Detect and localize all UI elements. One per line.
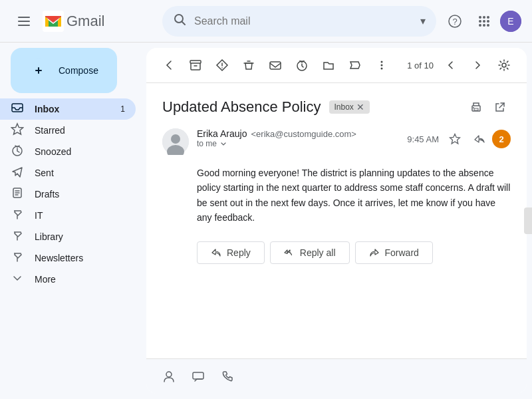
help-button[interactable]: ? [442, 8, 468, 35]
sent-label: Sent [35, 168, 125, 178]
next-email-button[interactable] [466, 53, 489, 77]
svg-point-15 [483, 24, 485, 27]
sender-email: <erika@customguide.com> [251, 129, 356, 139]
svg-text:?: ? [452, 17, 457, 27]
sidebar-item-snoozed[interactable]: Snoozed [0, 141, 136, 162]
reply-all-icon [284, 247, 295, 258]
prev-email-button[interactable] [439, 53, 463, 77]
mark-read-button[interactable] [263, 53, 287, 77]
snoozed-icon [11, 144, 24, 160]
starred-label: Starred [35, 125, 125, 136]
inbox-tag[interactable]: Inbox ✕ [329, 100, 370, 114]
to-me-label[interactable]: to me [197, 139, 217, 148]
email-actions: 2 [444, 128, 511, 150]
svg-text:E: E [507, 16, 513, 27]
svg-point-44 [166, 372, 172, 377]
reply-all-button[interactable]: Reply all [270, 241, 350, 264]
svg-point-14 [479, 24, 481, 27]
sidebar-item-starred[interactable]: Starred [0, 120, 136, 141]
email-time: 9:45 AM [407, 134, 439, 144]
spam-button[interactable] [210, 53, 234, 77]
inbox-label: Inbox [35, 104, 110, 114]
more-icon [11, 271, 24, 288]
svg-point-35 [381, 68, 383, 70]
newsletters-label-icon [11, 250, 24, 267]
to-me-chevron-icon[interactable] [219, 140, 227, 148]
email-toolbar: 1 of 10 [146, 48, 527, 83]
scroll-indicator[interactable] [524, 207, 532, 234]
apps-icon[interactable] [471, 8, 497, 35]
chat-button[interactable] [186, 364, 210, 388]
inbox-tag-remove-icon[interactable]: ✕ [356, 102, 364, 112]
svg-point-30 [221, 67, 223, 68]
svg-point-16 [487, 24, 489, 27]
forward-button-label: Forward [385, 247, 419, 258]
header-left: Gmail [11, 8, 157, 35]
sidebar-item-drafts[interactable]: Drafts [0, 184, 136, 205]
contacts-button[interactable] [157, 364, 181, 388]
notification-badge[interactable]: 2 [492, 130, 511, 148]
phone-button[interactable] [215, 364, 239, 388]
svg-marker-21 [12, 124, 23, 134]
inbox-icon [11, 101, 24, 118]
svg-point-12 [483, 20, 485, 23]
sender-avatar [162, 128, 189, 155]
reply-button[interactable]: Reply [197, 241, 265, 264]
print-button[interactable] [466, 96, 487, 118]
archive-button[interactable] [184, 53, 207, 77]
svg-rect-31 [270, 62, 281, 69]
reply-quick-button[interactable] [468, 128, 489, 150]
bottom-bar [146, 358, 527, 394]
delete-button[interactable] [237, 53, 261, 77]
forward-button[interactable]: Forward [355, 241, 433, 264]
snoozed-label: Snoozed [35, 146, 125, 157]
hamburger-menu-icon[interactable] [11, 8, 37, 35]
search-icon [173, 13, 186, 29]
label-button[interactable] [343, 53, 367, 77]
svg-line-5 [182, 22, 185, 25]
settings-button[interactable] [492, 53, 516, 77]
search-chevron-icon[interactable]: ▾ [420, 15, 426, 27]
open-in-new-button[interactable] [489, 96, 511, 118]
move-to-button[interactable] [317, 53, 340, 77]
sidebar-item-it[interactable]: IT [0, 205, 136, 226]
email-body: Good morning everyone! The district is p… [197, 166, 511, 225]
sidebar-item-sent[interactable]: Sent [0, 162, 136, 184]
svg-rect-45 [193, 372, 203, 379]
email-time-row: 9:45 AM 2 [407, 128, 511, 150]
svg-point-41 [171, 134, 180, 144]
more-actions-button[interactable] [370, 53, 394, 77]
snooze-button[interactable] [290, 53, 314, 77]
svg-point-13 [487, 20, 489, 23]
reply-icon [211, 247, 221, 258]
svg-rect-2 [18, 25, 30, 26]
inbox-tag-label: Inbox [334, 102, 354, 112]
sidebar-item-newsletters[interactable]: Newsletters [0, 247, 136, 269]
it-label-icon [11, 207, 24, 224]
library-label: Library [35, 231, 125, 242]
sent-icon [11, 165, 24, 182]
avatar[interactable]: E [500, 11, 521, 32]
it-label: IT [35, 210, 125, 221]
back-button[interactable] [157, 53, 181, 77]
reply-buttons: Reply Reply all Forward [197, 241, 511, 264]
svg-point-33 [381, 61, 383, 63]
search-input[interactable] [194, 15, 412, 27]
svg-rect-0 [18, 17, 30, 18]
sidebar-item-library[interactable]: Library [0, 226, 136, 247]
sidebar-item-more[interactable]: More [0, 269, 136, 290]
email-subject-row: Updated Absence Policy Inbox ✕ [162, 96, 511, 118]
sidebar: Compose Inbox 1 Starred [0, 43, 146, 399]
email-meta: Erika Araujo <erika@customguide.com> to … [197, 128, 399, 148]
sidebar-item-inbox[interactable]: Inbox 1 [0, 98, 136, 120]
svg-point-34 [381, 65, 383, 66]
main-layout: Compose Inbox 1 Starred [0, 43, 532, 399]
drafts-label: Drafts [35, 189, 125, 200]
compose-button[interactable]: Compose [11, 48, 117, 93]
search-bar[interactable]: ▾ [162, 6, 436, 37]
star-button[interactable] [444, 128, 466, 150]
gmail-logo-text: Gmail [66, 13, 104, 30]
svg-rect-38 [474, 108, 478, 110]
svg-point-4 [175, 15, 183, 23]
svg-marker-43 [450, 134, 460, 144]
